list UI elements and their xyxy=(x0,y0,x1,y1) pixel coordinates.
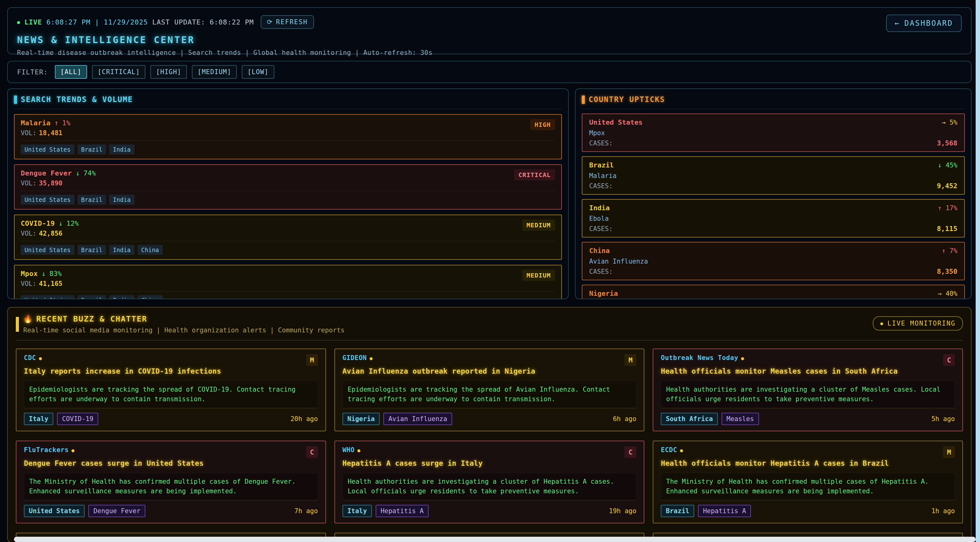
time-ago: 6h ago xyxy=(613,415,636,422)
trend-card-malaria: Malaria ↑ 1% VOL:18,481 United States Br… xyxy=(14,114,562,159)
news-card-ont-southafrica[interactable]: Outbreak News Today● C Health officials … xyxy=(653,349,963,431)
cases-value: 8,350 xyxy=(937,268,958,275)
source-dot-icon: ● xyxy=(39,355,42,361)
news-body: The Ministry of Health has confirmed mul… xyxy=(29,477,313,496)
severity-badge: M xyxy=(306,354,318,366)
news-headline: Hepatitis A cases surge in Italy xyxy=(342,459,636,467)
disease-tag: Hepatitis A xyxy=(375,505,429,517)
time-ago: 7h ago xyxy=(294,507,318,515)
dashboard-label: DASHBOARD xyxy=(904,19,953,28)
news-body-box: Health authorities are investigating a c… xyxy=(661,381,955,408)
severity-badge: HIGH xyxy=(530,119,555,130)
current-datetime: 6:08:27 PM | 11/29/2025 xyxy=(46,18,148,26)
flat-arrow-change: → 40% xyxy=(938,290,958,297)
disease-name: Malaria xyxy=(21,119,51,127)
severity-badge: MEDIUM xyxy=(522,220,555,231)
orange-accent-bar xyxy=(582,96,585,104)
live-monitoring-badge: ● LIVE MONITORING xyxy=(873,316,963,330)
news-grid: CDC● M Italy reports increase in COVID-1… xyxy=(16,349,963,542)
country-tag: South Africa xyxy=(661,413,718,425)
country-upticks-panel: COUNTRY UPTICKS United States → 5% Mpox … xyxy=(575,88,972,299)
news-headline: Health officials monitor Hepatitis A cas… xyxy=(661,459,955,467)
dashboard-button[interactable]: ← DASHBOARD xyxy=(886,14,962,32)
trend-up-icon: ↑ xyxy=(54,119,58,127)
buzz-subtitle: Real-time social media monitoring | Heal… xyxy=(23,327,869,334)
news-body-box: The Ministry of Health has confirmed mul… xyxy=(24,473,318,500)
uptick-disease: Mpox xyxy=(589,129,958,137)
volume-label: VOL: xyxy=(21,230,37,237)
trend-change: 12% xyxy=(66,220,79,227)
buzz-title: 🔥RECENT BUZZ & CHATTER xyxy=(23,314,869,324)
disease-tag: Measles xyxy=(722,413,759,425)
flat-arrow-change: → 5% xyxy=(942,119,958,126)
news-card-cdc-italy[interactable]: CDC● M Italy reports increase in COVID-1… xyxy=(16,349,326,431)
fire-icon: 🔥 xyxy=(23,315,33,324)
down-arrow-change: ↓ 45% xyxy=(938,161,958,169)
news-card-flutrackers-us[interactable]: FluTrackers● C Dengue Fever cases surge … xyxy=(16,441,326,523)
news-card-ecdc-brazil[interactable]: ECDC● M Health officials monitor Hepatit… xyxy=(653,441,963,523)
news-source: Outbreak News Today● xyxy=(661,354,744,362)
news-card-gideon-nigeria[interactable]: GIDEON● M Avian Influenza outbreak repor… xyxy=(334,349,645,431)
trend-change: 1% xyxy=(62,119,70,127)
buzz-header: 🔥RECENT BUZZ & CHATTER Real-time social … xyxy=(16,314,963,334)
trend-card-covid19: COVID-19 ↓ 12% VOL:42,856 United States … xyxy=(14,215,562,260)
filter-critical-button[interactable]: [CRITICAL] xyxy=(92,65,145,79)
news-body-box: The Ministry of Health has confirmed mul… xyxy=(661,473,955,500)
divider xyxy=(21,191,555,191)
trends-panel-header: SEARCH TRENDS & VOLUME xyxy=(14,95,562,104)
time-ago: 5h ago xyxy=(931,415,955,422)
uptick-disease: Ebola xyxy=(589,215,958,222)
source-dot-icon: ● xyxy=(680,448,683,453)
upticks-panel-title: COUNTRY UPTICKS xyxy=(589,95,665,104)
country-tag: China xyxy=(138,295,163,299)
up-arrow-change: ↑ 7% xyxy=(942,247,958,255)
source-dot-icon: ● xyxy=(72,448,75,453)
country-tag: Nigeria xyxy=(342,413,380,425)
severity-badge: C xyxy=(943,354,955,366)
refresh-button[interactable]: ⟳ REFRESH xyxy=(261,15,314,29)
severity-badge: MEDIUM xyxy=(522,270,555,281)
trend-down-icon: ↓ xyxy=(41,270,46,277)
news-card-who-italy[interactable]: WHO● C Hepatitis A cases surge in Italy … xyxy=(334,441,645,523)
country-tag: Brazil xyxy=(78,145,106,155)
severity-badge: CRITICAL xyxy=(514,169,555,180)
status-row: ● LIVE 6:08:27 PM | 11/29/2025 LAST UPDA… xyxy=(17,15,962,29)
filter-high-button[interactable]: [HIGH] xyxy=(150,65,187,79)
volume-label: VOL: xyxy=(21,129,37,137)
country-tag: United States xyxy=(21,145,75,155)
news-headline: Avian Influenza outbreak reported in Nig… xyxy=(342,367,636,375)
filter-all-button[interactable]: [ALL] xyxy=(55,65,87,79)
divider xyxy=(21,241,555,241)
country-tag: Italy xyxy=(342,505,372,517)
country-tag: United States xyxy=(21,195,75,205)
horizontal-scrollbar[interactable] xyxy=(14,537,976,542)
cases-label: CASES: xyxy=(589,140,613,147)
cases-value: 8,115 xyxy=(937,225,958,233)
volume-value: 18,481 xyxy=(39,129,63,137)
trend-change: 83% xyxy=(49,270,62,277)
recent-buzz-panel: 🔥RECENT BUZZ & CHATTER Real-time social … xyxy=(7,307,972,542)
country-tag: United States xyxy=(24,505,84,517)
filter-bar: FILTER: [ALL] [CRITICAL] [HIGH] [MEDIUM]… xyxy=(7,61,972,83)
refresh-icon: ⟳ xyxy=(267,18,273,26)
news-body-box: Health authorities are investigating a c… xyxy=(342,473,636,500)
severity-badge: M xyxy=(625,354,636,366)
up-arrow-change: ↑ 17% xyxy=(938,204,958,212)
live-dot-icon: ● xyxy=(880,320,884,326)
filter-medium-button[interactable]: [MEDIUM] xyxy=(192,65,237,79)
filter-low-button[interactable]: [LOW] xyxy=(242,65,274,79)
vertical-scrollbar[interactable] xyxy=(976,0,980,542)
divider xyxy=(582,109,965,109)
country-tag: China xyxy=(138,245,163,255)
news-source: ECDC● xyxy=(661,446,683,454)
disease-tag: COVID-19 xyxy=(57,413,98,425)
volume-label: VOL: xyxy=(21,180,37,187)
cases-label: CASES: xyxy=(589,268,613,275)
disease-tag: Dengue Fever xyxy=(88,505,145,517)
refresh-label: REFRESH xyxy=(276,18,308,26)
cases-value: 9,452 xyxy=(937,182,958,190)
source-dot-icon: ● xyxy=(357,448,360,453)
uptick-card-brazil: Brazil ↓ 45% Malaria CASES: 9,452 xyxy=(582,156,965,195)
country-tag: United States xyxy=(21,295,75,299)
news-headline: Italy reports increase in COVID-19 infec… xyxy=(24,367,318,375)
